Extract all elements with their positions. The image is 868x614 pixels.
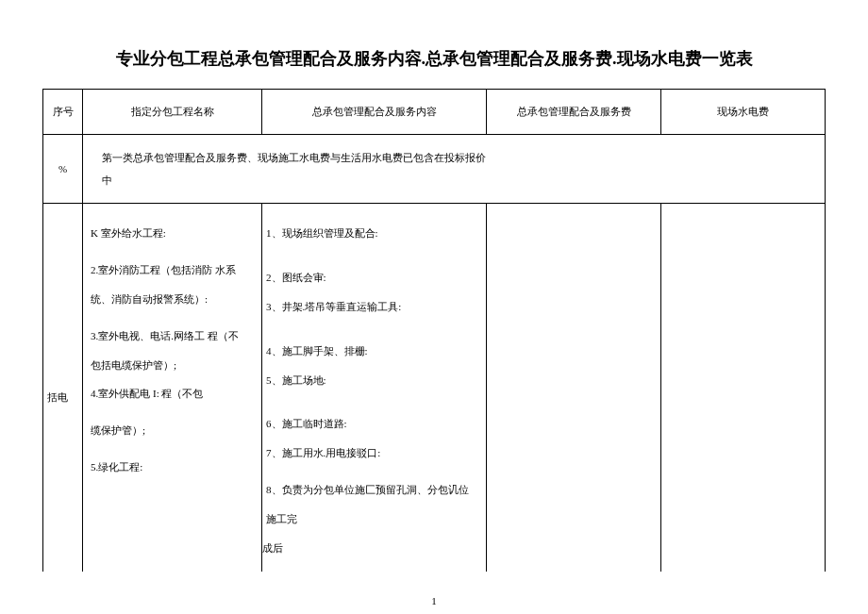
header-service-content: 总承包管理配合及服务内容 bbox=[262, 90, 487, 135]
main-table: 序号 指定分包工程名称 总承包管理配合及服务内容 总承包管理配合及服务费 现场水… bbox=[42, 89, 826, 572]
page-number: 1 bbox=[0, 595, 868, 606]
category-line1: 第一类总承包管理配合及服务费、现场施工水电费与生活用水电费已包含在投标报价 bbox=[102, 146, 817, 169]
header-row: 序号 指定分包工程名称 总承包管理配合及服务内容 总承包管理配合及服务费 现场水… bbox=[43, 90, 826, 135]
percent-cell: % bbox=[43, 135, 83, 204]
data-col1: 括电 bbox=[43, 204, 83, 572]
data-col2: K 室外给水工程: 2.室外消防工程（包括消防 水系 统、消防自动报警系统）: … bbox=[83, 204, 262, 572]
category-row: % 第一类总承包管理配合及服务费、现场施工水电费与生活用水电费已包含在投标报价 … bbox=[43, 135, 826, 204]
data-col4 bbox=[487, 204, 661, 572]
header-service-fee: 总承包管理配合及服务费 bbox=[487, 90, 661, 135]
category-text-cell: 第一类总承包管理配合及服务费、现场施工水电费与生活用水电费已包含在投标报价 中 bbox=[83, 135, 826, 204]
data-row: 括电 K 室外给水工程: 2.室外消防工程（包括消防 水系 统、消防自动报警系统… bbox=[43, 204, 826, 572]
header-seq: 序号 bbox=[43, 90, 83, 135]
document-title: 专业分包工程总承包管理配合及服务内容.总承包管理配合及服务费.现场水电费一览表 bbox=[0, 0, 868, 89]
category-line2: 中 bbox=[102, 169, 817, 191]
header-water-electric-fee: 现场水电费 bbox=[661, 90, 826, 135]
data-col3: 1、现场组织管理及配合: 2、图纸会审: 3、井架.塔吊等垂直运输工具: 4、施… bbox=[262, 204, 487, 572]
data-col5 bbox=[661, 204, 826, 572]
header-project-name: 指定分包工程名称 bbox=[83, 90, 262, 135]
